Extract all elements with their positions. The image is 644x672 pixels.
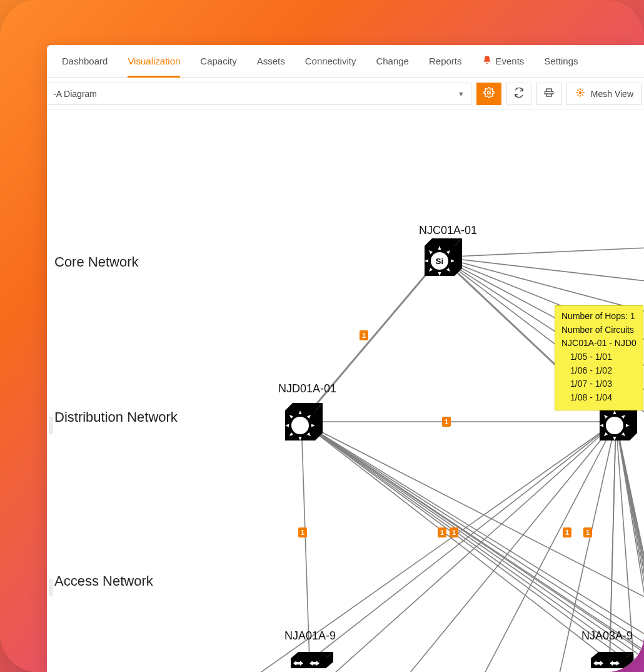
section-label: Access Network (54, 573, 153, 589)
svg-line-8 (577, 89, 578, 91)
settings-button[interactable] (476, 83, 501, 105)
diagram-dropdown[interactable]: -A Diagram ▼ (47, 83, 471, 105)
svg-text:1: 1 (440, 529, 444, 536)
gear-icon (483, 87, 495, 100)
svg-point-3 (579, 91, 582, 94)
svg-text:Si: Si (436, 257, 443, 266)
tooltip-circuits: Number of Circuits (561, 323, 636, 337)
tab-assets[interactable]: Assets (247, 45, 295, 78)
tab-label: Connectivity (305, 56, 356, 66)
svg-text:1: 1 (452, 529, 456, 536)
tab-events[interactable]: Events (472, 45, 535, 78)
link-tooltip: Number of Hops: 1Number of CircuitsNJC01… (555, 305, 643, 410)
svg-rect-1 (546, 89, 551, 91)
svg-line-12 (441, 248, 644, 257)
svg-text:1: 1 (586, 529, 590, 536)
tab-visualization[interactable]: Visualization (118, 45, 190, 78)
side-handle[interactable] (49, 417, 53, 434)
svg-point-0 (488, 91, 491, 94)
tab-connectivity[interactable]: Connectivity (295, 45, 366, 78)
svg-line-27 (335, 422, 616, 672)
mesh-view-label: Mesh View (591, 89, 633, 99)
tab-change[interactable]: Change (366, 45, 419, 78)
svg-point-89 (606, 417, 623, 434)
tab-capacity[interactable]: Capacity (190, 45, 246, 78)
tab-label: Change (376, 56, 409, 66)
svg-line-49 (301, 422, 610, 661)
toolbar: -A Diagram ▼ (47, 78, 644, 110)
side-handle[interactable] (49, 579, 53, 596)
tab-reports[interactable]: Reports (419, 45, 472, 78)
tab-label: Visualization (128, 56, 180, 66)
svg-text:1: 1 (565, 529, 569, 536)
tooltip-port-pair: 1/05 - 1/01 (561, 350, 636, 364)
print-icon (544, 88, 554, 99)
svg-line-19 (301, 422, 644, 636)
node-label[interactable]: NJC01A-01 (419, 224, 477, 237)
svg-text:1: 1 (362, 332, 366, 339)
svg-rect-2 (546, 94, 551, 96)
mesh-icon (575, 87, 586, 100)
svg-marker-98 (291, 652, 333, 658)
svg-line-28 (616, 422, 644, 626)
app-window: DashboardVisualizationCapacityAssetsConn… (47, 45, 644, 672)
refresh-button[interactable] (506, 83, 531, 105)
mesh-view-button[interactable]: Mesh View (566, 83, 641, 105)
tab-label: Assets (257, 56, 285, 66)
tab-label: Settings (544, 56, 578, 66)
svg-line-26 (616, 422, 644, 611)
svg-line-37 (301, 422, 644, 654)
svg-point-77 (291, 417, 309, 434)
section-label: Core Network (54, 254, 138, 270)
diagram-dropdown-value: -A Diagram (53, 89, 97, 99)
svg-line-11 (581, 89, 583, 91)
node-label[interactable]: NJA03A-9 (581, 629, 633, 643)
svg-marker-103 (591, 652, 633, 658)
bell-icon (482, 55, 492, 67)
tab-label: Dashboard (62, 56, 108, 66)
refresh-icon (514, 88, 524, 99)
tab-label: Reports (429, 56, 462, 66)
tab-label: Capacity (200, 56, 236, 66)
svg-text:1: 1 (445, 418, 448, 425)
tooltip-port-pair: 1/06 - 1/02 (561, 364, 636, 378)
section-label: Distribution Network (54, 409, 178, 425)
svg-line-9 (581, 94, 583, 96)
svg-text:1: 1 (301, 529, 304, 536)
tab-settings[interactable]: Settings (534, 45, 588, 78)
node-label[interactable]: NJD01A-01 (278, 382, 336, 395)
svg-line-58 (610, 422, 616, 661)
print-button[interactable] (536, 83, 561, 105)
tooltip-hops: Number of Hops: 1 (561, 310, 636, 323)
svg-line-10 (577, 94, 578, 96)
caret-down-icon: ▼ (458, 90, 465, 98)
diagram-canvas[interactable]: 1111111Si Core NetworkDistribution Netwo… (47, 110, 644, 672)
svg-line-46 (301, 422, 309, 661)
tooltip-port-pair: 1/08 - 1/04 (561, 391, 636, 405)
tooltip-path: NJC01A-01 - NJD0 (561, 337, 636, 350)
svg-line-39 (301, 257, 441, 422)
tab-dashboard[interactable]: Dashboard (52, 45, 118, 78)
tooltip-port-pair: 1/07 - 1/03 (561, 377, 636, 391)
top-nav: DashboardVisualizationCapacityAssetsConn… (47, 45, 644, 78)
svg-line-38 (301, 422, 644, 598)
node-label[interactable]: NJA01A-9 (284, 629, 336, 643)
tab-label: Events (496, 56, 525, 66)
